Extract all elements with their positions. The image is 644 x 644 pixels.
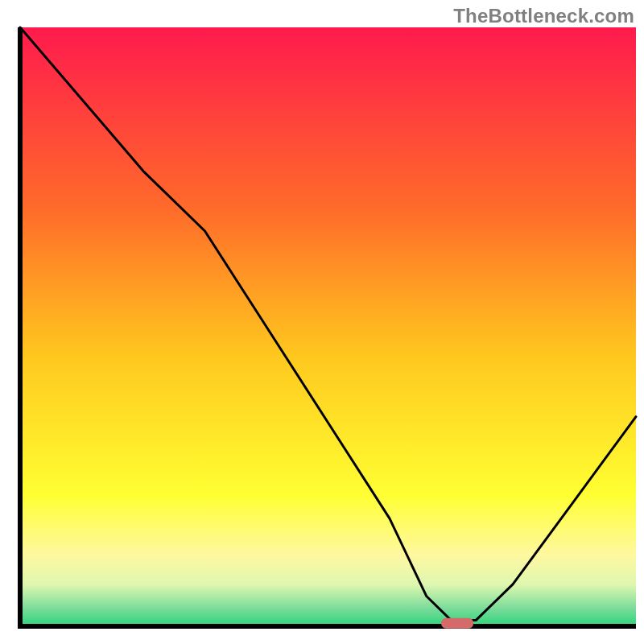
bottleneck-chart: TheBottleneck.com [0, 0, 644, 644]
chart-svg [0, 0, 644, 644]
gradient-background [20, 27, 636, 626]
watermark-text: TheBottleneck.com [453, 5, 634, 27]
optimal-marker [441, 618, 473, 629]
